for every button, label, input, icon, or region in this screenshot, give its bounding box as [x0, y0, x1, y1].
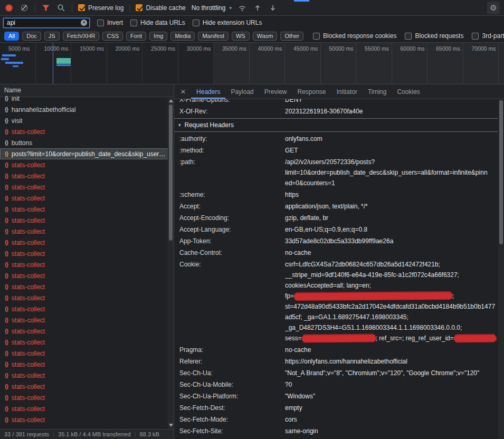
header-value-line: fp=;	[285, 291, 498, 301]
type-chip-img[interactable]: Img	[149, 32, 167, 41]
braces-icon: {}	[5, 406, 8, 412]
request-row[interactable]: {}stats-collect	[0, 226, 174, 237]
export-har-button[interactable]	[268, 3, 278, 13]
request-row[interactable]: {}stats-collect	[0, 348, 174, 359]
search-button[interactable]	[56, 3, 66, 13]
request-row[interactable]: {}stats-collect	[0, 414, 174, 425]
tab-timing[interactable]: Timing	[363, 84, 392, 99]
3rd-party-requests-label: 3rd-party requests	[482, 32, 504, 40]
request-row[interactable]: {}stats-collect	[0, 182, 174, 193]
header-row: Accept:application/json, text/plain, */*	[174, 201, 498, 212]
type-chip-ws[interactable]: WS	[232, 32, 250, 41]
header-row: Sec-Ch-Ua-Platform:"Windows"	[174, 390, 498, 402]
toolbar-divider	[72, 4, 72, 12]
request-row[interactable]: {}stats-collect	[0, 159, 174, 170]
header-row: Accept-Encoding:gzip, deflate, br	[174, 212, 498, 224]
request-row[interactable]: {}stats-collect	[0, 303, 174, 314]
request-row[interactable]: {}stats-collect	[0, 326, 174, 337]
type-chip-font[interactable]: Font	[126, 32, 146, 41]
scroll-up-icon[interactable]	[169, 99, 173, 102]
record-button[interactable]	[4, 3, 14, 13]
toolbar-divider	[129, 4, 130, 12]
request-row[interactable]: {}visit	[0, 115, 174, 126]
request-row[interactable]: {}stats-collect	[0, 170, 174, 182]
timeline-tick-label: 25000 ms	[151, 45, 175, 52]
timeline-tick-label: 20000 ms	[116, 45, 140, 52]
requests-count: 33 / 381 requests	[0, 431, 54, 437]
clear-network-log-button[interactable]	[20, 3, 29, 13]
request-row[interactable]: {}stats-collect	[0, 292, 174, 303]
close-icon[interactable]: ✕	[174, 88, 191, 96]
request-row[interactable]: {}stats-collect	[0, 281, 174, 292]
type-chip-css[interactable]: CSS	[102, 32, 123, 41]
details-scrollbar[interactable]	[498, 99, 504, 439]
type-chip-other[interactable]: Other	[280, 32, 303, 41]
filter-input[interactable]	[7, 19, 81, 26]
header-row: Referer:https://onlyfans.com/hannaheliza…	[174, 356, 498, 367]
3rd-party-requests-checkbox[interactable]: 3rd-party requests	[472, 32, 504, 40]
request-row[interactable]: {}stats-collect	[0, 215, 174, 226]
request-row[interactable]: {}stats-collect	[0, 314, 174, 326]
tab-initiator[interactable]: Initiator	[331, 84, 363, 99]
request-row[interactable]: {}stats-collect	[0, 193, 174, 204]
network-conditions-button[interactable]	[237, 3, 247, 13]
header-name: Accept:	[179, 201, 285, 212]
hide-data-urls-checkbox[interactable]: Hide data URLs	[130, 19, 185, 26]
invert-checkbox[interactable]: Invert	[97, 19, 123, 26]
type-chip-media[interactable]: Media	[170, 32, 195, 41]
request-row[interactable]: {}stats-collect	[0, 126, 174, 137]
braces-icon: {}	[5, 173, 8, 179]
type-chip-manifest[interactable]: Manifest	[198, 32, 229, 41]
request-row[interactable]: {}stats-collect	[0, 337, 174, 348]
scrollbar-thumb[interactable]	[169, 104, 173, 241]
timeline-overview[interactable]: 5000 ms10000 ms15000 ms20000 ms25000 ms3…	[0, 43, 504, 84]
request-row[interactable]: {}hannahelizabethofficial	[0, 104, 174, 115]
request-row[interactable]: {}stats-collect	[0, 359, 174, 370]
resources-size: 88.3 kB	[136, 431, 164, 437]
type-filter-chips: AllDocJSFetch/XHRCSSFontImgMediaManifest…	[4, 32, 303, 41]
type-chip-wasm[interactable]: Wasm	[253, 32, 278, 41]
request-row[interactable]: {}stats-collect	[0, 370, 174, 381]
request-row[interactable]: {}stats-collect	[0, 204, 174, 215]
header-row: X-Frame-Options:DENY	[174, 99, 498, 106]
type-chip-all[interactable]: All	[4, 32, 19, 41]
hide-extension-urls-checkbox[interactable]: Hide extension URLs	[193, 19, 262, 26]
scroll-down-icon[interactable]	[169, 424, 173, 427]
request-row[interactable]: {}stats-collect	[0, 248, 174, 259]
request-name: stats-collect	[12, 306, 45, 313]
throttling-select[interactable]: No throttling ▾	[192, 4, 232, 12]
request-row[interactable]: {}stats-collect	[0, 403, 174, 414]
request-headers-section[interactable]: ▾Request Headers	[174, 118, 498, 132]
request-row-selected[interactable]: {}posts?limit=10&order=publish_date_desc…	[0, 148, 174, 159]
preserve-log-checkbox[interactable]: Preserve log	[78, 4, 123, 12]
blocked-response-cookies-checkbox[interactable]: Blocked response cookies	[313, 32, 396, 40]
settings-gear-icon[interactable]: ⚙	[487, 2, 500, 14]
tab-preview[interactable]: Preview	[259, 84, 292, 99]
disable-cache-checkbox[interactable]: Disable cache	[136, 4, 185, 12]
request-row[interactable]: {}stats-collect	[0, 270, 174, 281]
type-chip-js[interactable]: JS	[44, 32, 60, 41]
tab-cookies[interactable]: Cookies	[392, 84, 425, 99]
scrollbar-thumb[interactable]	[499, 100, 503, 244]
braces-icon: {}	[5, 129, 8, 135]
tab-payload[interactable]: Payload	[225, 84, 259, 99]
request-row[interactable]: {}stats-collect	[0, 237, 174, 248]
type-chip-doc[interactable]: Doc	[22, 32, 41, 41]
request-row[interactable]: {}stats-collect	[0, 259, 174, 270]
request-row[interactable]: {}buttons	[0, 137, 174, 148]
checkbox-box	[472, 33, 479, 40]
checkbox-box	[78, 4, 85, 11]
request-row[interactable]: {}init	[0, 93, 174, 104]
tab-headers[interactable]: Headers	[191, 84, 225, 99]
tab-response[interactable]: Response	[292, 84, 331, 99]
clear-filter-icon[interactable]: ✕	[81, 20, 87, 26]
import-har-button[interactable]	[253, 3, 262, 13]
request-row[interactable]: {}stats-collect	[0, 392, 174, 403]
blocked-requests-checkbox[interactable]: Blocked requests	[405, 32, 463, 40]
request-name: stats-collect	[12, 161, 45, 169]
type-chip-fetch-xhr[interactable]: Fetch/XHR	[63, 32, 100, 41]
requests-scrollbar[interactable]	[168, 97, 174, 429]
header-name: :path:	[179, 157, 285, 188]
filter-button[interactable]	[41, 3, 51, 13]
request-row[interactable]: {}stats-collect	[0, 381, 174, 392]
